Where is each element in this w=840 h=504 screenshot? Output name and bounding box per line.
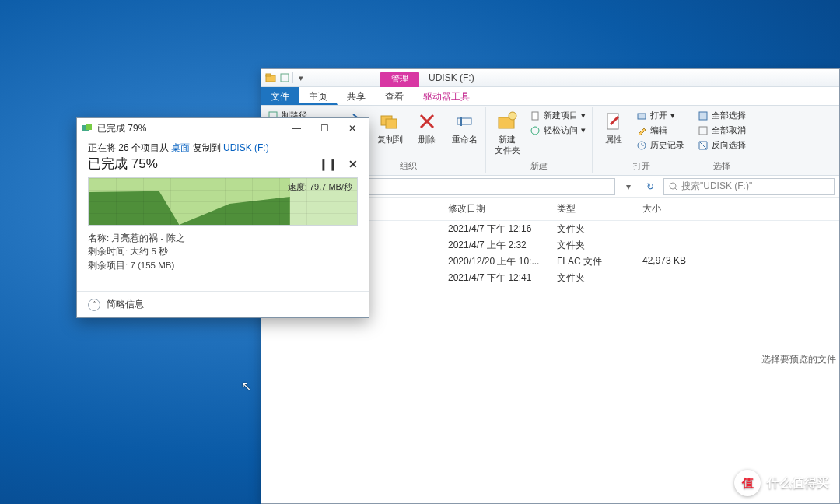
preview-placeholder: 选择要预览的文件 [761,353,836,366]
mouse-cursor-icon: ↖ [241,379,251,394]
open-icon [636,110,647,121]
ribbon-tabs: 文件 主页 共享 查看 驱动器工具 [261,87,839,106]
new-item-button[interactable]: 新建项目▾ [528,109,587,122]
context-tab-manage[interactable]: 管理 [380,72,419,87]
svg-rect-7 [457,118,471,124]
ribbon-group-new: 新建文件夹 新建项目▾ 轻松访问▾ 新建 [486,107,593,173]
tab-file[interactable]: 文件 [261,87,299,105]
properties-icon [603,110,625,132]
svg-rect-14 [638,114,646,119]
percent-complete: 已完成 75% [88,155,158,173]
svg-rect-21 [86,124,92,130]
new-folder-button[interactable]: 新建文件夹 [491,109,523,158]
source-link[interactable]: 桌面 [171,142,190,153]
minimize-button[interactable]: — [283,121,310,136]
watermark-badge-icon: 值 [734,470,761,496]
separator [292,72,293,83]
easy-access-icon [530,125,541,136]
watermark: 值 什么值得买 [734,470,829,496]
watermark-text: 什么值得买 [767,475,829,492]
col-date: 修改日期 [448,202,557,215]
svg-point-10 [509,112,516,120]
svg-rect-16 [699,112,707,120]
table-row[interactable]: 2021/4/7 上午 2:32文件夹 [292,237,839,254]
tab-share[interactable]: 共享 [338,87,376,105]
group-label: 选择 [696,159,747,173]
rename-icon [453,110,475,132]
copy-to-button[interactable]: 复制到 [373,109,406,146]
window-title: UDISK (F:) [419,72,484,83]
svg-rect-1 [266,74,271,76]
copy-details: 名称: 月亮惹的祸 - 陈之 剩余时间: 大约 5 秒 剩余项目: 7 (155… [77,226,369,272]
copy-progress-dialog[interactable]: 已完成 79% — ☐ ✕ 正在将 26 个项目从 桌面 复制到 UDISK (… [76,117,369,318]
edit-icon [636,125,647,136]
easy-access-button[interactable]: 轻松访问▾ [528,124,587,137]
quick-access-toolbar: ▾ [261,72,310,84]
search-input[interactable]: 搜索"UDISK (F:)" [663,178,835,195]
select-none-button[interactable]: 全部取消 [696,124,747,137]
new-item-icon [530,110,541,121]
copy-icon [379,110,401,132]
ribbon-group-select: 全部选择 全部取消 反向选择 选择 [691,107,752,173]
qat-item[interactable] [278,72,291,84]
svg-rect-17 [699,127,707,135]
table-row[interactable]: 2020/12/20 上午 10:...FLAC 文件42,973 KB [292,254,839,270]
file-rows: 2021/4/7 下午 12:16文件夹 2021/4/7 上午 2:32文件夹… [292,221,839,286]
time-remaining: 剩余时间: 大约 5 秒 [88,245,358,258]
tab-view[interactable]: 查看 [376,87,414,105]
transfer-speed-chart: 速度: 79.7 MB/秒 [88,177,358,226]
qat-dropdown-icon[interactable]: ▾ [295,72,307,84]
select-all-button[interactable]: 全部选择 [696,109,747,122]
history-button[interactable]: 历史记录 [635,138,686,152]
svg-point-18 [670,183,676,189]
svg-line-19 [675,188,677,191]
select-none-icon [698,125,709,136]
table-row[interactable]: 2021/4/7 下午 12:16文件夹 [292,221,839,237]
copy-description: 正在将 26 个项目从 桌面 复制到 UDISK (F:) [77,138,369,155]
refresh-button[interactable]: ↻ [642,181,659,192]
tab-home[interactable]: 主页 [299,87,338,105]
properties-button[interactable]: 属性 [597,109,630,146]
item-name: 名称: 月亮惹的祸 - 陈之 [88,232,358,245]
invert-icon [698,140,709,151]
maximize-button[interactable]: ☐ [311,121,338,136]
svg-rect-2 [281,74,289,82]
table-row[interactable]: 2021/4/7 下午 12:41文件夹 [292,270,839,286]
edit-button[interactable]: 编辑 [635,124,686,137]
pause-button[interactable]: ❙❙ [319,158,338,170]
search-placeholder: 搜索"UDISK (F:)" [681,180,752,193]
new-folder-icon [496,110,518,132]
invert-selection-button[interactable]: 反向选择 [696,138,747,152]
ribbon-group-open: 属性 打开▾ 编辑 历史记录 打开 [593,107,691,173]
search-icon [669,182,678,191]
col-size: 大小 [642,202,720,215]
tab-drive-tools[interactable]: 驱动器工具 [414,87,480,105]
dropdown-history-button[interactable]: ▾ [620,178,637,195]
close-button[interactable]: ✕ [339,121,366,136]
speed-label: 速度: 79.7 MB/秒 [288,181,352,193]
destination-link[interactable]: UDISK (F:) [223,142,269,153]
history-icon [636,140,647,151]
folder-icon [264,72,277,84]
delete-icon [416,110,438,132]
group-label: 新建 [491,159,587,173]
column-headers[interactable]: 修改日期 类型 大小 [292,198,839,221]
dialog-titlebar[interactable]: 已完成 79% — ☐ ✕ [77,118,369,138]
details-toggle[interactable]: ˄ 简略信息 [77,291,369,317]
delete-button[interactable]: 删除 [411,109,443,146]
dialog-title: 已完成 79% [97,122,146,135]
items-remaining: 剩余项目: 7 (155 MB) [88,259,358,272]
open-button[interactable]: 打开▾ [635,109,686,122]
col-type: 类型 [557,202,642,215]
rename-button[interactable]: 重命名 [448,109,481,146]
explorer-titlebar[interactable]: ▾ 管理 UDISK (F:) [261,69,839,87]
cancel-button[interactable]: ✕ [348,158,358,170]
group-label: 打开 [597,159,686,173]
select-all-icon [698,110,709,121]
copy-dialog-icon [82,123,93,134]
svg-point-12 [531,127,539,135]
svg-rect-11 [532,112,538,120]
chevron-up-icon: ˄ [88,299,100,311]
svg-rect-6 [386,119,397,128]
